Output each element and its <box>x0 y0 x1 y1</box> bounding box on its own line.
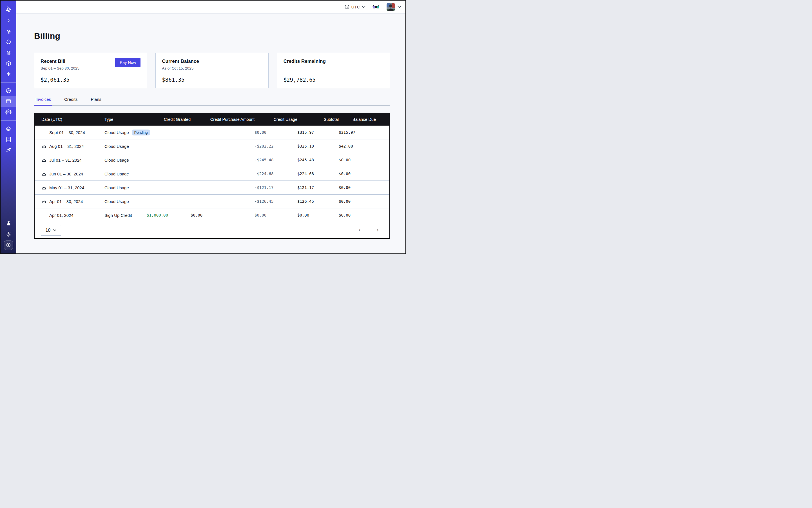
billing-tabs: Invoices Credits Plans <box>34 96 390 105</box>
current-balance-amount: $861.35 <box>162 77 262 83</box>
credit-purchase-value <box>190 153 255 167</box>
sidebar-item-theme[interactable] <box>1 229 16 239</box>
credit-granted-value: $1,000.00 <box>147 208 190 222</box>
ship-wheel-icon <box>5 126 11 132</box>
credit-usage-value: -$245.48 <box>255 153 297 167</box>
sidebar-item-history[interactable] <box>1 37 16 47</box>
observability-icon <box>6 29 11 34</box>
card-subtitle: Sep 01 – Sep 30, 2025 <box>41 66 79 71</box>
table-row: Apr 01 – 30, 2024 Cloud Usage -$126.45 $… <box>35 195 389 208</box>
credit-purchase-value <box>190 139 255 153</box>
invoice-type: Sign Up Credit <box>104 213 132 218</box>
layers-icon <box>6 50 11 56</box>
credit-granted-value <box>147 195 190 208</box>
sidebar-item-settings[interactable] <box>1 107 16 118</box>
credit-purchase-value <box>190 167 255 181</box>
flask-icon <box>6 220 11 226</box>
card-subtitle <box>284 66 326 71</box>
current-balance-card: Current Balance As of Oct 15, 2025 $861.… <box>156 53 268 88</box>
prev-page-button[interactable]: ← <box>359 227 364 233</box>
subtotal-value: $224.68 <box>297 167 339 181</box>
pagination: ← → <box>359 227 379 233</box>
invoice-date: Jun 01 – 30, 2024 <box>49 171 83 176</box>
tab-credits[interactable]: Credits <box>63 96 79 105</box>
sidebar-item-docs[interactable] <box>1 134 16 145</box>
sidebar-item-services[interactable] <box>1 69 16 79</box>
app-window: UTC <box>0 0 406 254</box>
chevron-down-icon <box>53 229 56 231</box>
topbar: UTC <box>16 1 405 13</box>
tab-plans[interactable]: Plans <box>90 96 103 105</box>
col-credit-granted: Credit Granted <box>147 113 190 126</box>
sidebar-item-support[interactable] <box>1 123 16 134</box>
download-icon <box>41 143 46 149</box>
credit-usage-value: $0.00 <box>255 126 297 139</box>
col-date: Date (UTC) <box>35 113 104 126</box>
credit-card-icon <box>5 98 11 104</box>
credit-usage-value: $0.00 <box>255 208 297 222</box>
invoice-type: Cloud Usage <box>104 130 129 135</box>
balance-due-value: $315.97 <box>339 126 389 139</box>
page-size-select[interactable]: 10 <box>41 225 61 236</box>
account-menu[interactable] <box>387 3 401 11</box>
status-badge-pending: Pending <box>132 130 151 135</box>
invoice-date: Sept 01 – 30, 2024 <box>49 130 85 135</box>
invoice-type: Cloud Usage <box>104 185 129 190</box>
credits-remaining-amount: $29,782.65 <box>284 77 383 83</box>
table-row: Aug 01 – 31, 2024 Cloud Usage -$282.22 $… <box>35 139 389 153</box>
sidebar-item-logo[interactable] <box>1 4 16 15</box>
balance-due-value: $0.00 <box>339 181 389 195</box>
sidebar-item-usage-gauge[interactable] <box>1 85 16 96</box>
recent-bill-card: Recent Bill Sep 01 – Sep 30, 2025 Pay No… <box>34 53 147 88</box>
table-footer: 10 ← → <box>35 222 389 238</box>
col-type: Type <box>104 113 147 126</box>
timezone-selector[interactable]: UTC <box>345 4 366 9</box>
download-icon <box>41 158 46 163</box>
table-row: May 01 – 31, 2024 Cloud Usage -$121.17 $… <box>35 181 389 195</box>
download-invoice-button[interactable] <box>41 185 46 190</box>
table-row: Jun 01 – 30, 2024 Cloud Usage -$224.68 $… <box>35 167 389 181</box>
rocket-icon <box>5 147 11 153</box>
invoice-date: Jul 01 – 31, 2024 <box>49 158 82 163</box>
download-invoice-button[interactable] <box>41 158 46 163</box>
credits-remaining-card: Credits Remaining $29,782.65 <box>277 53 390 88</box>
card-title: Recent Bill <box>41 58 79 64</box>
credit-usage-value: -$121.17 <box>255 181 297 195</box>
balance-due-value: $0.00 <box>339 153 389 167</box>
sidebar-item-packages[interactable] <box>1 58 16 69</box>
download-invoice-button[interactable] <box>41 199 46 204</box>
sidebar-item-labs[interactable] <box>1 218 16 229</box>
sidebar-divider <box>1 120 16 121</box>
sidebar-item-getting-started[interactable] <box>1 145 16 156</box>
credit-granted-value <box>147 139 190 153</box>
sidebar-item-observability[interactable] <box>1 26 16 37</box>
invoices-table: Date (UTC) Type Credit Granted Credit Pu… <box>34 113 390 239</box>
chevron-down-icon <box>397 6 401 8</box>
subtotal-value: $121.17 <box>297 181 339 195</box>
gear-icon <box>5 109 11 115</box>
balance-due-value: $42.88 <box>339 139 389 153</box>
chevron-right-icon <box>6 18 11 24</box>
gauge-icon <box>5 88 11 94</box>
sidebar-item-billing[interactable] <box>1 96 16 107</box>
credit-purchase-value <box>190 126 255 139</box>
download-invoice-button[interactable] <box>41 143 46 149</box>
sidebar-item-layers[interactable] <box>1 47 16 58</box>
invoice-date: Apr 01 – 30, 2024 <box>49 199 83 204</box>
table-row: Apr 01, 2024 Sign Up Credit $1,000.00 $0… <box>35 208 389 222</box>
credit-purchase-value: $0.00 <box>190 208 255 222</box>
card-title: Current Balance <box>162 58 199 64</box>
credits-badge-button[interactable] <box>4 241 13 250</box>
pay-now-button[interactable]: Pay Now <box>115 58 140 67</box>
next-page-button[interactable]: → <box>374 227 379 233</box>
sun-icon <box>6 231 11 237</box>
sidebar-item-expand-nav[interactable] <box>1 15 16 26</box>
invoice-type: Cloud Usage <box>104 171 129 176</box>
chevron-down-icon <box>362 6 366 8</box>
subtotal-value: $126.45 <box>297 195 339 208</box>
download-invoice-button[interactable] <box>41 171 46 176</box>
billing-summary-cards: Recent Bill Sep 01 – Sep 30, 2025 Pay No… <box>34 53 390 88</box>
view-mode-button[interactable] <box>372 4 380 9</box>
tab-invoices[interactable]: Invoices <box>34 96 52 105</box>
balance-due-value: $0.00 <box>339 167 389 181</box>
